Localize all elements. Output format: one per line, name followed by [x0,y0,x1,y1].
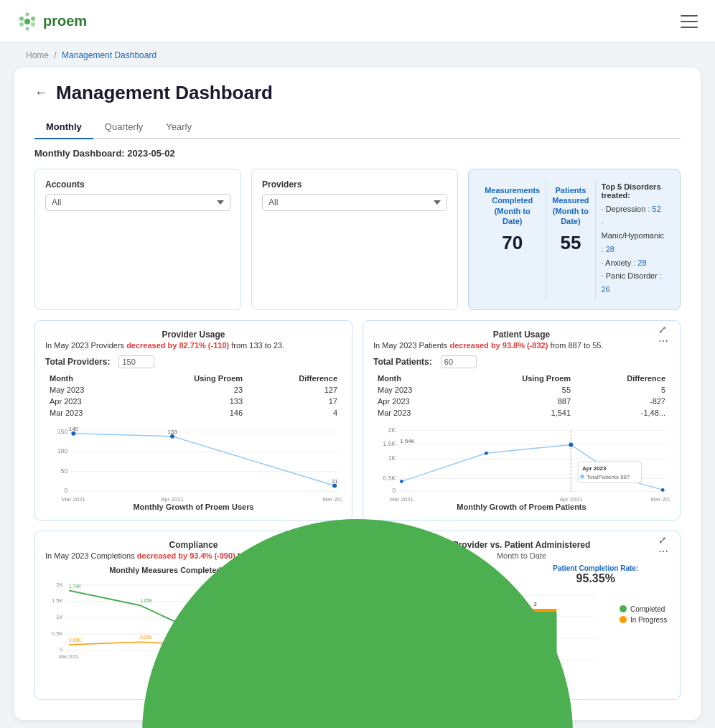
provider-usage-chart: 150 100 50 0 [45,424,342,511]
svg-point-0 [24,19,30,24]
patients-measured: Patients Measured (Month to Date) 55 [546,179,595,299]
provider-usage-card: Provider Usage In May 2023 Providers dec… [34,320,352,521]
charts-row-1: Provider Usage In May 2023 Providers dec… [34,320,681,521]
diff-cell: 127 [247,384,342,396]
patient-usage-card: ⤢ ⋯ Patient Usage In May 2023 Patients d… [363,320,681,521]
patient-totals-row: Total Patients: [373,355,670,368]
provider-total-input[interactable] [118,355,154,368]
patient-usage-subtitle: In May 2023 Patients decreased by 93.8% … [373,341,670,350]
breadcrumb-separator: / [54,50,56,60]
svg-text:1.5K: 1.5K [52,597,63,604]
provider-total-label: Total Providers: [45,357,110,367]
table-row: Mar 2023 146 4 [45,407,342,419]
measurements-card: Measurements Completed (Month to Date) 7… [468,169,681,310]
svg-text:3: 3 [533,601,537,607]
using-cell: 133 [132,396,247,407]
diff-cell: 4 [247,407,342,419]
svg-text:50: 50 [61,467,68,475]
hamburger-menu[interactable] [681,15,698,28]
svg-text:21: 21 [332,477,338,484]
svg-text:1.5K: 1.5K [383,440,396,447]
patient-chart-title: Monthly Growth of Proem Patients [373,503,670,511]
measurements-completed-value: 70 [485,232,540,254]
breadcrumb-current: Management Dashboard [62,50,156,60]
disorder-anxiety: · Anxiety : 28 [602,256,664,270]
svg-text:TotalPatients  887: TotalPatients 887 [587,473,630,480]
svg-point-5 [26,12,29,16]
patient-rate-label: Patient Completion Rate: [522,564,670,572]
providers-select[interactable]: All [262,194,447,211]
accounts-select[interactable]: All [45,194,230,211]
provider-usage-subtitle: In May 2023 Providers decreased by 82.71… [45,341,342,350]
patient-total-input[interactable] [441,355,477,368]
col-month: Month [45,373,132,384]
svg-text:0: 0 [393,487,396,494]
disorders-title: Top 5 Disorders treated: [602,182,664,200]
col-month: Month [373,373,460,384]
svg-text:2K: 2K [56,582,62,588]
accounts-label: Accounts [45,179,230,190]
table-row: May 2023 23 127 [45,384,342,396]
back-button[interactable]: ← [34,85,47,101]
svg-point-2 [31,17,35,21]
svg-text:Apr 2023: Apr 2023 [582,465,607,472]
month-cell: Apr 2023 [45,396,132,407]
svg-point-3 [19,22,24,27]
svg-text:2K: 2K [388,426,396,434]
provider-usage-title: Provider Usage [45,330,342,340]
logo-icon [17,11,37,32]
patient-total-label: Total Patients: [373,357,432,367]
page-header: ← Management Dashboard [34,82,681,104]
tab-bar: Monthly Quarterly Yearly [34,116,681,139]
breadcrumb: Home / Management Dashboard [0,43,715,67]
provider-totals-row: Total Providers: [45,355,342,368]
svg-text:1K: 1K [388,454,396,462]
measurements-completed-label: Measurements Completed (Month to Date) [485,185,540,226]
patients-measured-value: 55 [552,232,589,254]
svg-text:0.09K: 0.09K [69,638,82,643]
month-cell: May 2023 [45,384,132,396]
svg-point-46 [580,475,584,479]
svg-text:Mar 2021: Mar 2021 [59,654,79,659]
svg-point-39 [661,488,665,492]
legend-completed-pp: Completed [620,605,670,613]
svg-point-4 [31,22,35,27]
patients-measured-label: Patients Measured (Month to Date) [552,185,589,226]
using-cell: 146 [132,407,247,419]
col-using-proem: Using Proem [132,373,247,384]
using-cell: 23 [132,384,247,396]
accounts-card: Accounts All [34,169,241,310]
svg-text:133: 133 [167,429,177,435]
disorder-depression: · Depression : 52 [602,202,664,216]
logo: proem [17,11,87,32]
patient-data-table: Month Using Proem Difference May 2023555… [373,373,670,419]
expand-button[interactable]: ⤢ ⋯ [658,538,673,553]
legend-in-progress-pp: In Progress [620,616,670,624]
patient-rate: Patient Completion Rate: 95.35% [522,564,670,585]
svg-text:1K: 1K [56,614,62,620]
patient-usage-chart: 2K 1.5K 1K 0.5K 0 [373,424,670,511]
svg-text:Mar 2023: Mar 2023 [651,496,670,503]
tab-monthly[interactable]: Monthly [34,116,93,139]
svg-text:Apr 2021: Apr 2021 [559,496,582,503]
expand-icon[interactable]: ⤢ ⋯ [658,328,673,342]
provider-data-table: Month Using Proem Difference May 2023 23… [45,373,342,419]
svg-point-36 [485,452,488,455]
top-row: Accounts All Providers All Measurements … [34,169,681,310]
provider-patient-legend: Completed In Progress [620,588,670,691]
svg-point-35 [400,480,403,483]
providers-card: Providers All [251,169,458,310]
breadcrumb-home[interactable]: Home [26,50,49,60]
table-row: Mar 20231,541-1,48... [373,407,670,419]
col-difference: Difference [575,373,670,384]
disorder-panic: · Panic Disorder : 26 [602,269,664,296]
logo-text: proem [43,13,87,29]
dashboard-date: Monthly Dashboard: 2023-05-02 [34,148,681,159]
svg-text:0.08K: 0.08K [140,635,153,640]
month-cell: Mar 2023 [45,407,132,419]
col-difference: Difference [247,373,342,384]
disorders-panel: Top 5 Disorders treated: · Depression : … [596,179,670,299]
svg-text:0.5K: 0.5K [383,474,396,481]
tab-yearly[interactable]: Yearly [154,116,203,139]
tab-quarterly[interactable]: Quarterly [93,116,154,139]
